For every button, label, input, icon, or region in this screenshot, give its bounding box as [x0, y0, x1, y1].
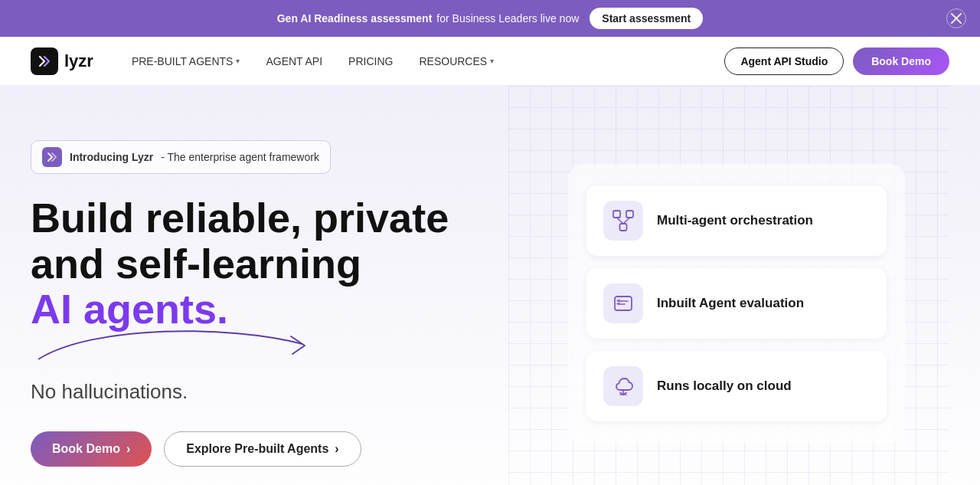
hero-section: Introducing Lyzr - The enterprise agent … [0, 86, 980, 485]
badge-rest: - The enterprise agent framework [161, 151, 319, 163]
svg-line-5 [617, 218, 624, 224]
nav-pricing[interactable]: PRICING [338, 49, 403, 74]
features-card: Multi-agent orchestration Inbuilt Agent … [568, 164, 905, 443]
hero-right: Multi-agent orchestration Inbuilt Agent … [508, 86, 949, 485]
agent-api-studio-button[interactable]: Agent API Studio [724, 48, 844, 75]
cloud-label: Runs locally on cloud [657, 378, 792, 394]
hero-subtext: No hallucinations. [31, 380, 493, 404]
orchestration-icon [612, 209, 635, 232]
nav-pre-built-agents[interactable]: PRE-BUILT AGENTS ▾ [121, 49, 251, 74]
curved-arrow-svg [31, 317, 322, 371]
multi-agent-label: Multi-agent orchestration [657, 213, 813, 228]
navbar: lyzr PRE-BUILT AGENTS ▾ AGENT API PRICIN… [0, 37, 980, 86]
chevron-down-icon: ▾ [490, 57, 494, 65]
multi-agent-icon-wrap [603, 201, 643, 241]
close-icon [951, 13, 962, 24]
explore-agents-button[interactable]: Explore Pre-built Agents › [164, 431, 361, 467]
nav-actions: Agent API Studio Book Demo [724, 48, 949, 75]
logo-icon [31, 48, 58, 75]
svg-rect-4 [620, 224, 627, 231]
book-demo-nav-button[interactable]: Book Demo [853, 48, 949, 75]
logo-svg [36, 53, 53, 70]
hero-headline: Build reliable, private and self-learnin… [31, 195, 493, 332]
logo[interactable]: lyzr [31, 48, 93, 75]
evaluation-icon-wrap [603, 283, 643, 323]
feature-evaluation: Inbuilt Agent evaluation [586, 268, 887, 339]
svg-rect-2 [613, 211, 620, 218]
logo-text: lyzr [64, 51, 93, 71]
arrow-right-icon: › [126, 442, 130, 456]
feature-cloud: Runs locally on cloud [586, 351, 887, 421]
feature-multi-agent: Multi-agent orchestration [586, 185, 887, 256]
chevron-right-icon: › [335, 442, 338, 456]
nav-agent-api[interactable]: AGENT API [255, 49, 333, 74]
close-banner-button[interactable] [946, 8, 966, 28]
lyzr-badge-icon [46, 151, 58, 163]
nav-links: PRE-BUILT AGENTS ▾ AGENT API PRICING RES… [121, 49, 724, 74]
evaluation-icon [612, 292, 635, 315]
svg-rect-3 [626, 211, 633, 218]
banner-rest-text: for Business Leaders live now [436, 12, 579, 25]
cloud-icon-wrap [603, 366, 643, 406]
decorative-arrow [31, 317, 493, 374]
chevron-down-icon: ▾ [236, 57, 240, 65]
announcement-banner: Gen AI Readiness assessment for Business… [0, 0, 980, 37]
badge-icon [42, 147, 62, 167]
cloud-icon [612, 375, 635, 398]
start-assessment-button[interactable]: Start assessment [590, 8, 703, 29]
svg-line-6 [623, 218, 630, 224]
hero-badge: Introducing Lyzr - The enterprise agent … [31, 140, 331, 174]
banner-text: Gen AI Readiness assessment for Business… [277, 12, 580, 25]
banner-bold-text: Gen AI Readiness assessment [277, 12, 433, 25]
hero-left: Introducing Lyzr - The enterprise agent … [31, 86, 508, 485]
badge-bold: Introducing Lyzr [70, 151, 153, 163]
evaluation-label: Inbuilt Agent evaluation [657, 296, 804, 311]
hero-actions: Book Demo › Explore Pre-built Agents › [31, 431, 493, 467]
book-demo-hero-button[interactable]: Book Demo › [31, 431, 152, 467]
nav-resources[interactable]: RESOURCES ▾ [408, 49, 505, 74]
